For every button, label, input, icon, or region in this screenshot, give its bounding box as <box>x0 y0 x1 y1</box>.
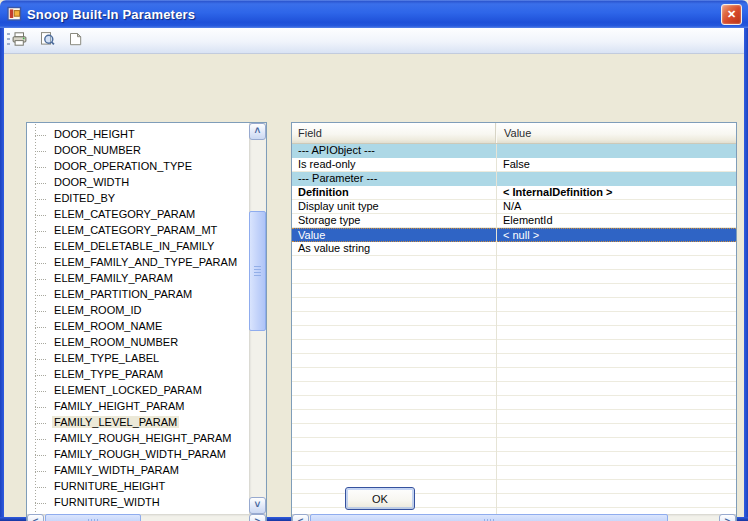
tree-item-label: ELEM_ROOM_ID <box>52 304 143 316</box>
tree-item[interactable]: FAMILY_ROUGH_WIDTH_PARAM <box>27 446 249 462</box>
tree-item-label: FAMILY_HEIGHT_PARAM <box>52 400 186 412</box>
scroll-up-button[interactable]: ˄ <box>249 123 266 140</box>
tree-item-label: FAMILY_WIDTH_PARAM <box>52 464 181 476</box>
application-icon <box>7 6 23 22</box>
copy-button[interactable] <box>63 30 88 52</box>
tree-branch-connector <box>35 343 46 344</box>
tree-item[interactable]: FAMILY_LEVEL_PARAM <box>27 414 249 430</box>
tree-item-label: ELEM_ROOM_NUMBER <box>52 336 180 348</box>
scroll-right-button[interactable]: ˃ <box>719 514 736 521</box>
tree-item[interactable]: FAMILY_ROUGH_HEIGHT_PARAM <box>27 430 249 446</box>
print-button[interactable] <box>7 30 32 52</box>
grid-row[interactable]: --- Parameter --- <box>292 172 736 186</box>
tree-branch-connector <box>35 375 46 376</box>
tree-branch-connector <box>35 503 46 504</box>
printer-icon <box>11 31 28 51</box>
grid-cell-field: Display unit type <box>292 200 496 213</box>
grid-cell-field: Storage type <box>292 214 496 227</box>
tree-item-label: DOOR_NUMBER <box>52 144 143 156</box>
tree-item[interactable]: ELEM_ROOM_NUMBER <box>27 334 249 350</box>
grid-row[interactable]: Display unit type N/A <box>292 200 736 214</box>
chevron-down-icon: ˅ <box>255 499 261 510</box>
tree-item[interactable]: ELEM_ROOM_NAME <box>27 318 249 334</box>
tree-item-label: DOOR_WIDTH <box>52 176 131 188</box>
parameter-tree-list: DOOR_HEIGHT DOOR_NUMBER DOOR_OPERATION_T… <box>27 124 249 514</box>
tree-item[interactable]: ELEM_FAMILY_PARAM <box>27 270 249 286</box>
close-button[interactable]: ✕ <box>721 4 742 25</box>
grid-row[interactable]: Value < null > <box>292 228 736 242</box>
tree-branch-connector <box>35 391 46 392</box>
tree-item-label: ELEM_CATEGORY_PARAM <box>52 208 197 220</box>
title-bar[interactable]: Snoop Built-In Parameters ✕ <box>0 0 748 28</box>
tree-item[interactable]: FAMILY_HEIGHT_PARAM <box>27 398 249 414</box>
tree-branch-connector <box>35 279 46 280</box>
grid-row[interactable]: Definition < InternalDefinition > <box>292 186 736 200</box>
tree-item[interactable]: ELEM_CATEGORY_PARAM_MT <box>27 222 249 238</box>
grid-cell-field: --- APIObject --- <box>292 144 496 157</box>
toolbar-grip-handle[interactable] <box>7 33 10 48</box>
tree-item-label: ELEM_PARTITION_PARAM <box>52 288 194 300</box>
tree-branch-connector <box>35 151 46 152</box>
tree-item-label: FAMILY_ROUGH_HEIGHT_PARAM <box>52 432 233 444</box>
grid-cell-value <box>496 144 736 157</box>
grid-cell-field: Value <box>292 229 496 241</box>
grid-cell-field: Definition <box>292 186 496 199</box>
tree-branch-connector <box>35 247 46 248</box>
tree-item[interactable]: FURNITURE_HEIGHT <box>27 478 249 494</box>
column-header-field[interactable]: Field <box>292 123 496 143</box>
grid-cell-value: N/A <box>496 200 736 213</box>
grid-row[interactable]: Is read-only False <box>292 158 736 172</box>
tree-item[interactable]: ELEM_PARTITION_PARAM <box>27 286 249 302</box>
tree-item-label: ELEM_TYPE_LABEL <box>52 352 161 364</box>
scroll-right-button[interactable]: ˃ <box>249 514 266 521</box>
tree-item[interactable]: ELEM_TYPE_PARAM <box>27 366 249 382</box>
tree-item[interactable]: DOOR_WIDTH <box>27 174 249 190</box>
tree-item-label: FAMILY_LEVEL_PARAM <box>52 416 179 428</box>
tree-item[interactable]: ELEMENT_LOCKED_PARAM <box>27 382 249 398</box>
grid-horizontal-scrollbar[interactable]: ˂ ˃ <box>292 514 736 521</box>
grid-row[interactable]: Storage type ElementId <box>292 214 736 228</box>
grid-hscroll-thumb[interactable] <box>310 514 668 521</box>
tree-branch-connector <box>35 439 46 440</box>
tree-branch-connector <box>35 135 46 136</box>
tree-item-label: ELEMENT_LOCKED_PARAM <box>52 384 204 396</box>
grid-cell-value <box>496 242 736 255</box>
tree-vertical-scrollbar[interactable]: ˄ ˅ <box>249 123 266 514</box>
tree-item[interactable]: FAMILY_WIDTH_PARAM <box>27 462 249 478</box>
tree-horizontal-scrollbar[interactable]: ˂ ˃ <box>27 514 266 521</box>
tree-branch-connector <box>35 183 46 184</box>
grid-row[interactable]: --- APIObject --- <box>292 144 736 158</box>
tree-item[interactable]: ELEM_DELETABLE_IN_FAMILY <box>27 238 249 254</box>
tree-item[interactable]: EDITED_BY <box>27 190 249 206</box>
tree-item[interactable]: ELEM_TYPE_LABEL <box>27 350 249 366</box>
grid-row[interactable]: As value string <box>292 242 736 256</box>
tree-item[interactable]: DOOR_OPERATION_TYPE <box>27 158 249 174</box>
scroll-left-button[interactable]: ˂ <box>27 514 44 521</box>
scroll-down-button[interactable]: ˅ <box>249 497 266 514</box>
tree-branch-connector <box>35 487 46 488</box>
print-preview-button[interactable] <box>35 30 60 52</box>
tree-item[interactable]: DOOR_NUMBER <box>27 142 249 158</box>
column-header-value[interactable]: Value <box>497 123 736 143</box>
tree-scroll-thumb[interactable] <box>249 211 266 331</box>
scroll-left-button[interactable]: ˂ <box>292 514 309 521</box>
ok-button[interactable]: OK <box>345 487 415 510</box>
tree-item[interactable]: DOOR_HEIGHT <box>27 126 249 142</box>
tree-item[interactable]: ELEM_ROOM_ID <box>27 302 249 318</box>
grid-cell-value <box>496 172 736 185</box>
tree-item-label: FURNITURE_WIDTH <box>52 496 162 508</box>
window-border-right <box>744 28 748 521</box>
tree-item[interactable]: ELEM_FAMILY_AND_TYPE_PARAM <box>27 254 249 270</box>
tree-hscroll-thumb[interactable] <box>45 514 141 521</box>
dialog-client-area: DOOR_HEIGHT DOOR_NUMBER DOOR_OPERATION_T… <box>4 54 744 517</box>
tree-branch-connector <box>35 407 46 408</box>
tree-branch-connector <box>35 423 46 424</box>
window-title: Snoop Built-In Parameters <box>27 7 195 22</box>
tree-item[interactable]: FURNITURE_WIDTH <box>27 494 249 510</box>
parameter-tree-panel: DOOR_HEIGHT DOOR_NUMBER DOOR_OPERATION_T… <box>26 122 267 521</box>
tree-branch-connector <box>35 199 46 200</box>
snoop-dialog-window: Snoop Built-In Parameters ✕ <box>0 0 748 521</box>
tree-item-label: EDITED_BY <box>52 192 117 204</box>
tree-item[interactable]: ELEM_CATEGORY_PARAM <box>27 206 249 222</box>
tree-branch-connector <box>35 471 46 472</box>
